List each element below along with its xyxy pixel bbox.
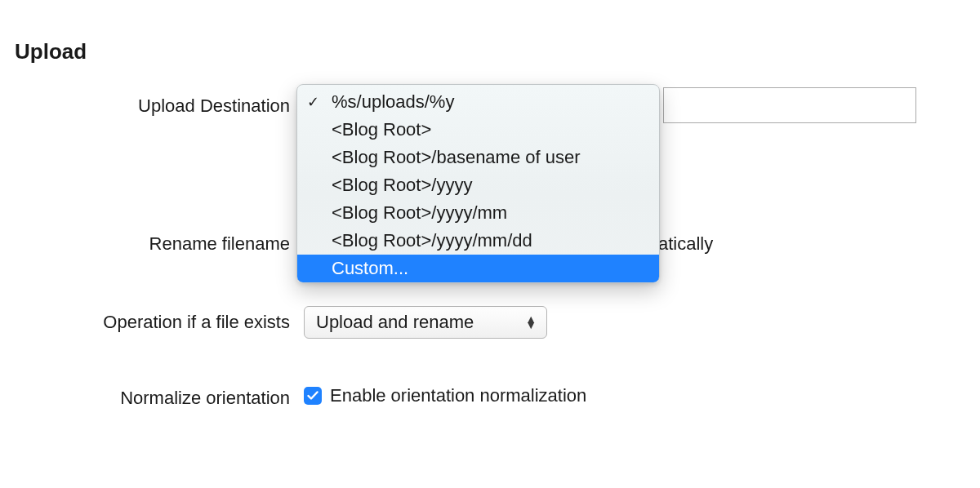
rename-automatically-text-fragment: atically — [658, 233, 713, 255]
normalize-orientation-checkbox-label[interactable]: Enable orientation normalization — [330, 385, 586, 406]
label-normalize-orientation: Normalize orientation — [120, 388, 290, 409]
operation-selected-value: Upload and rename — [316, 312, 474, 333]
upload-destination-custom-input[interactable] — [663, 87, 916, 123]
check-icon — [307, 391, 318, 401]
dropdown-option-1[interactable]: <Blog Root> — [297, 116, 659, 144]
normalize-orientation-checkbox[interactable] — [304, 387, 322, 405]
dropdown-option-label: <Blog Root> — [332, 119, 431, 140]
dropdown-option-2[interactable]: <Blog Root>/basename of user — [297, 144, 659, 171]
dropdown-option-5[interactable]: <Blog Root>/yyyy/mm/dd — [297, 227, 659, 255]
dropdown-option-label: <Blog Root>/basename of user — [332, 147, 581, 167]
label-rename-filename: Rename filename — [149, 233, 290, 255]
checkmark-icon: ✓ — [307, 88, 319, 116]
section-title-upload: Upload — [15, 39, 87, 64]
upload-destination-dropdown[interactable]: ✓ %s/uploads/%y <Blog Root> <Blog Root>/… — [296, 84, 660, 283]
dropdown-option-4[interactable]: <Blog Root>/yyyy/mm — [297, 199, 659, 227]
dropdown-option-3[interactable]: <Blog Root>/yyyy — [297, 171, 659, 199]
dropdown-option-label: <Blog Root>/yyyy — [332, 175, 472, 195]
dropdown-option-label: Custom... — [332, 258, 408, 278]
label-upload-destination: Upload Destination — [138, 95, 290, 117]
dropdown-option-0[interactable]: ✓ %s/uploads/%y — [297, 88, 659, 116]
dropdown-option-label: %s/uploads/%y — [332, 91, 454, 112]
select-arrows-icon: ▲▼ — [525, 317, 537, 328]
dropdown-option-label: <Blog Root>/yyyy/mm — [332, 202, 507, 223]
label-operation-if-file-exists: Operation if a file exists — [103, 312, 290, 333]
dropdown-option-6[interactable]: Custom... — [297, 255, 659, 282]
operation-if-file-exists-select[interactable]: Upload and rename ▲▼ — [304, 306, 547, 339]
dropdown-option-label: <Blog Root>/yyyy/mm/dd — [332, 230, 532, 251]
normalize-orientation-row: Enable orientation normalization — [304, 385, 586, 406]
